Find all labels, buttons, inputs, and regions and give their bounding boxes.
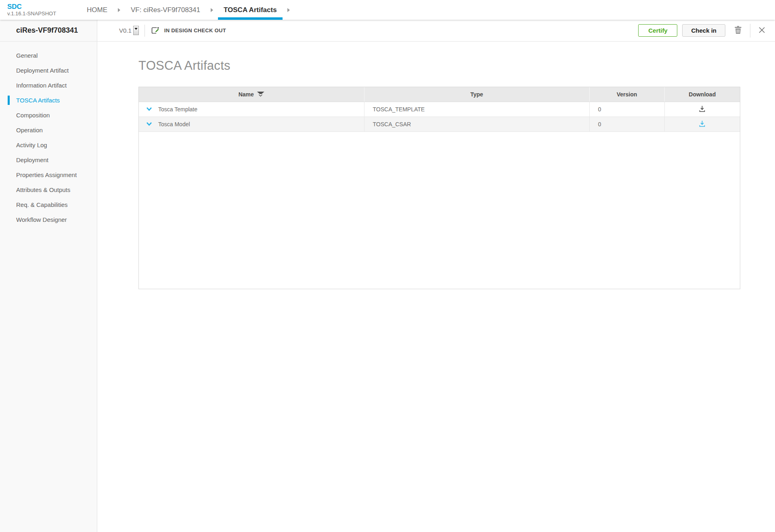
expand-row-button[interactable] [145, 105, 153, 113]
artifact-type: TOSCA_CSAR [364, 117, 589, 131]
column-header-type[interactable]: Type [364, 87, 589, 102]
download-button[interactable] [697, 119, 707, 130]
breadcrumb-separator-icon [287, 0, 290, 20]
download-icon [699, 105, 706, 113]
artifact-name: Tosca Template [158, 106, 197, 113]
table-header-row: Name Type Version Download [139, 87, 740, 102]
column-header-name[interactable]: Name [139, 87, 364, 102]
sidebar-item-information-artifact[interactable]: Information Artifact [0, 78, 97, 93]
sidebar-item-operation[interactable]: Operation [0, 123, 97, 138]
sidebar-header: ciRes-VF9f708341 [0, 20, 97, 42]
app-logo[interactable]: SDC v.1.16.1-SNAPSHOT [0, 0, 80, 20]
breadcrumb-separator-icon [118, 0, 120, 20]
sidebar-item-general[interactable]: General [0, 48, 97, 63]
sidebar-item-attributes-outputs[interactable]: Attributes & Outputs [0, 182, 97, 197]
sidebar-item-workflow-designer[interactable]: Workflow Designer [0, 212, 97, 227]
lifecycle-status-label: IN DESIGN CHECK OUT [164, 27, 226, 33]
breadcrumb-tosca-artifacts[interactable]: TOSCA Artifacts [217, 0, 283, 20]
artifact-type: TOSCA_TEMPLATE [364, 102, 589, 117]
breadcrumb-separator-icon [211, 0, 213, 20]
trash-icon [734, 26, 742, 35]
breadcrumb: HOME VF: ciRes-VF9f708341 TOSCA Artifact… [80, 0, 294, 20]
resource-name-title: ciRes-VF9f708341 [16, 26, 78, 35]
active-tab-underline [218, 17, 283, 20]
sidebar-item-properties-assignment[interactable]: Properties Assignment [0, 167, 97, 182]
sidebar-nav: General Deployment Artifact Information … [0, 42, 97, 227]
artifact-version: 0 [589, 117, 664, 131]
artifact-version: 0 [589, 102, 664, 117]
column-header-version[interactable]: Version [589, 87, 664, 102]
version-label: V0.1 [119, 27, 132, 34]
app-version-text: v.1.16.1-SNAPSHOT [7, 10, 80, 17]
close-icon [758, 27, 765, 35]
checkout-status-icon [151, 26, 160, 35]
close-button[interactable] [757, 25, 767, 36]
sidebar-item-tosca-artifacts[interactable]: TOSCA Artifacts [0, 93, 97, 108]
main-content: V0.1 IN DESIGN CHECK OUT Certify Check i… [97, 20, 775, 532]
download-icon [699, 120, 706, 128]
sidebar-item-req-capabilities[interactable]: Req. & Capabilities [0, 197, 97, 212]
sidebar-item-activity-log[interactable]: Activity Log [0, 138, 97, 152]
toolbar-actions: Certify Check in [638, 24, 767, 38]
top-header: SDC v.1.16.1-SNAPSHOT HOME VF: ciRes-VF9… [0, 0, 775, 20]
chevron-down-icon [134, 28, 138, 30]
toolbar-divider [145, 25, 145, 37]
sidebar-item-deployment[interactable]: Deployment [0, 152, 97, 167]
breadcrumb-tosca-artifacts-label: TOSCA Artifacts [224, 6, 277, 14]
breadcrumb-vf-label: VF: ciRes-VF9f708341 [131, 6, 200, 14]
table-row[interactable]: Tosca Model TOSCA_CSAR 0 [139, 117, 740, 131]
sidebar-item-deployment-artifact[interactable]: Deployment Artifact [0, 63, 97, 78]
artifact-name: Tosca Model [158, 121, 190, 127]
sort-descending-icon[interactable] [257, 92, 264, 97]
sidebar-item-composition[interactable]: Composition [0, 108, 97, 123]
page-title: TOSCA Artifacts [138, 58, 775, 73]
certify-button[interactable]: Certify [638, 24, 677, 37]
tosca-artifacts-table: Name Type Version Download [138, 87, 740, 289]
toolbar: V0.1 IN DESIGN CHECK OUT Certify Check i… [97, 20, 775, 42]
chevron-down-icon [146, 121, 152, 127]
version-selector[interactable] [133, 26, 139, 35]
toolbar-divider [750, 24, 750, 38]
check-in-button[interactable]: Check in [682, 24, 725, 37]
breadcrumb-vf[interactable]: VF: ciRes-VF9f708341 [124, 0, 207, 20]
download-button[interactable] [697, 104, 707, 115]
table-row[interactable]: Tosca Template TOSCA_TEMPLATE 0 [139, 102, 740, 117]
chevron-down-icon [146, 106, 152, 112]
column-header-download[interactable]: Download [664, 87, 740, 102]
expand-row-button[interactable] [145, 120, 153, 128]
breadcrumb-home[interactable]: HOME [80, 0, 114, 20]
delete-button[interactable] [733, 24, 744, 37]
sidebar: ciRes-VF9f708341 General Deployment Arti… [0, 20, 97, 532]
breadcrumb-home-label: HOME [87, 6, 107, 14]
app-logo-text: SDC [7, 3, 80, 10]
